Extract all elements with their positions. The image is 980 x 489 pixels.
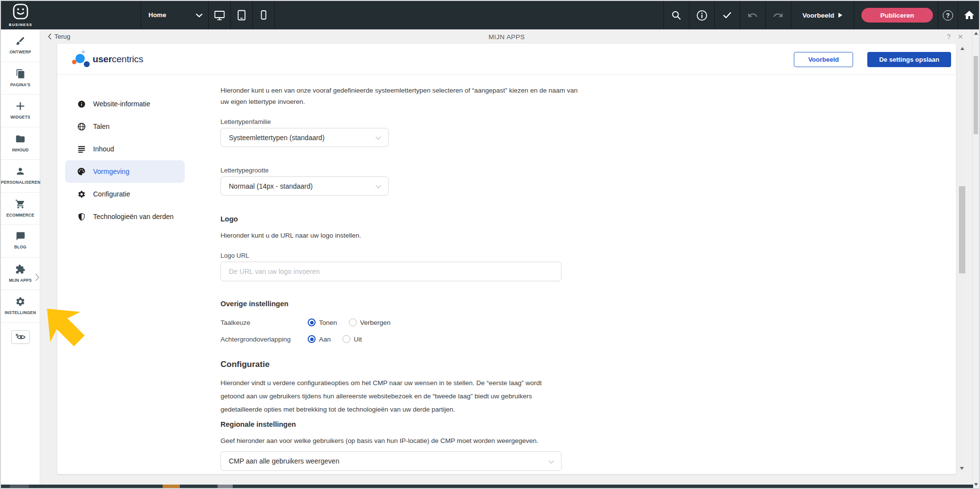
publish-label: Publiceren bbox=[880, 12, 914, 19]
font-intro-text: Hieronder kunt u een van onze vooraf ged… bbox=[220, 85, 586, 107]
panel-preview-button[interactable]: Voorbeeld bbox=[794, 52, 853, 67]
usercentrics-panel: usercentrics Voorbeeld De settings opsla… bbox=[57, 43, 956, 474]
sidebar-item-personaliseren[interactable]: PERSONALISEREN bbox=[1, 160, 40, 193]
play-icon bbox=[838, 13, 842, 18]
gear-icon bbox=[15, 296, 25, 307]
panel-nav-item-talen[interactable]: Talen bbox=[65, 115, 185, 138]
phone-icon bbox=[260, 9, 268, 21]
plus-icon bbox=[15, 101, 25, 111]
language-choice-setting: Taalkeuze Tonen Verbergen bbox=[220, 318, 564, 327]
window-scrollbar[interactable] bbox=[972, 29, 979, 489]
page-selector-value: Home bbox=[148, 1, 166, 29]
usercentrics-dots-icon bbox=[72, 49, 91, 69]
sidebar-item-instellingen[interactable]: INSTELLINGEN bbox=[1, 290, 40, 323]
help-button[interactable]: ? bbox=[943, 10, 953, 21]
redo-icon bbox=[773, 10, 784, 21]
configuration-desc: Hieronder vindt u verdere configuratieop… bbox=[220, 376, 564, 416]
tablet-icon bbox=[237, 9, 246, 21]
background-overlap-setting: Achtergrondoverlapping Aan Uit bbox=[220, 334, 564, 344]
palette-icon bbox=[77, 167, 86, 176]
panel-nav-label: Website-informatie bbox=[93, 100, 150, 108]
scroll-down-icon[interactable] bbox=[960, 467, 964, 470]
configuration-heading: Configuratie bbox=[220, 360, 564, 369]
scroll-up-icon[interactable] bbox=[974, 32, 978, 35]
panel-scrollbar[interactable] bbox=[958, 45, 966, 472]
info-icon bbox=[696, 10, 708, 21]
panel-nav-item-configuratie[interactable]: Configuratie bbox=[65, 183, 185, 205]
scroll-down-icon[interactable] bbox=[974, 483, 978, 486]
close-icon[interactable]: ✕ bbox=[957, 33, 963, 41]
other-settings-heading: Overige instellingen bbox=[220, 300, 564, 308]
panel-nav-item-vormgeving[interactable]: Vormgeving bbox=[65, 160, 185, 183]
home-button[interactable] bbox=[963, 9, 975, 21]
regional-select[interactable]: CMP aan alle gebruikers weergeven bbox=[220, 451, 562, 471]
sidebar-item-label: PAGINA'S bbox=[1, 82, 40, 87]
chevron-down-icon bbox=[375, 136, 381, 140]
font-family-label: Lettertypenfamilie bbox=[220, 118, 564, 125]
overlay-help-button[interactable]: ? bbox=[947, 33, 951, 41]
panel-scrollbar-thumb[interactable] bbox=[959, 186, 965, 273]
sidebar-item-inhoud[interactable]: INHOUD bbox=[1, 127, 40, 160]
panel-nav-label: Talen bbox=[93, 122, 109, 130]
save-settings-label: De settings opslaan bbox=[879, 56, 939, 63]
mobile-view-button[interactable] bbox=[252, 1, 274, 29]
logo-url-input[interactable] bbox=[220, 262, 562, 281]
confirm-button[interactable] bbox=[714, 1, 740, 29]
panel-nav-item-inhoud[interactable]: Inhoud bbox=[65, 138, 185, 160]
sidebar-item-mijn-apps[interactable]: MIJN APPS bbox=[1, 258, 40, 291]
search-button[interactable] bbox=[663, 1, 689, 29]
font-size-label: Lettertypegrootte bbox=[220, 167, 564, 174]
panel-nav-label: Vormgeving bbox=[93, 168, 129, 175]
sidebar-item-paginas[interactable]: PAGINA'S bbox=[1, 62, 40, 95]
question-mark-icon: ? bbox=[946, 12, 950, 19]
font-family-value: Systeemlettertypen (standaard) bbox=[229, 134, 324, 142]
folder-icon bbox=[15, 134, 25, 144]
radio-uit[interactable]: Uit bbox=[343, 335, 362, 343]
page-selector-dropdown[interactable]: Home bbox=[141, 1, 208, 29]
publish-button[interactable]: Publiceren bbox=[861, 8, 933, 23]
radio-verbergen[interactable]: Verbergen bbox=[349, 318, 391, 326]
settings-content: Hieronder kunt u een van onze vooraf ged… bbox=[220, 85, 564, 471]
wordmark-rest: centrics bbox=[112, 54, 143, 64]
radio-aan[interactable]: Aan bbox=[308, 335, 331, 343]
save-settings-button[interactable]: De settings opslaan bbox=[867, 52, 951, 67]
chevron-down-icon bbox=[375, 185, 381, 189]
brand-logo-button[interactable]: BUSINESS bbox=[1, 1, 40, 29]
sidebar-item-label: WIDGETS bbox=[1, 115, 40, 120]
tablet-view-button[interactable] bbox=[230, 1, 252, 29]
top-toolbar: BUSINESS Home bbox=[1, 1, 980, 29]
app-window: BUSINESS Home bbox=[0, 0, 980, 489]
panel-nav-item-website-informatie[interactable]: Website-informatie bbox=[65, 93, 185, 115]
preview-button[interactable]: Voorbeeld bbox=[791, 1, 854, 29]
person-icon bbox=[15, 166, 25, 176]
sidebar-item-blog[interactable]: BLOG bbox=[1, 225, 40, 258]
panel-nav-label: Inhoud bbox=[93, 145, 114, 153]
sidebar-item-ecommerce[interactable]: ECOMMERCE bbox=[1, 193, 40, 225]
sidebar-item-label: ONTWERP bbox=[1, 49, 40, 54]
radio-selected-icon bbox=[308, 335, 316, 343]
info-circle-icon bbox=[77, 99, 86, 108]
scroll-up-icon[interactable] bbox=[960, 47, 964, 50]
preview-label: Voorbeeld bbox=[802, 12, 834, 19]
panel-nav-label: Configuratie bbox=[93, 190, 130, 198]
redo-button[interactable] bbox=[765, 1, 791, 29]
font-family-select[interactable]: Systeemlettertypen (standaard) bbox=[220, 128, 389, 147]
radio-option-label: Verbergen bbox=[360, 319, 391, 326]
eye-off-icon bbox=[15, 333, 26, 341]
overlay-title: MIJN APPS bbox=[40, 33, 973, 41]
desktop-view-button[interactable] bbox=[208, 1, 230, 29]
mijn-apps-overlay: Terug MIJN APPS ? ✕ usercentrics bbox=[40, 29, 973, 485]
undo-button[interactable] bbox=[740, 1, 765, 29]
shield-icon bbox=[77, 212, 86, 221]
sidebar-item-widgets[interactable]: WIDGETS bbox=[1, 95, 40, 127]
sidebar-item-ontwerp[interactable]: ONTWERP bbox=[1, 29, 40, 62]
radio-tonen[interactable]: Tonen bbox=[308, 318, 337, 326]
text-lines-icon bbox=[77, 145, 86, 153]
font-size-select[interactable]: Normaal (14px - standaard) bbox=[220, 176, 389, 196]
window-scrollbar-thumb[interactable] bbox=[974, 56, 978, 134]
logo-section-heading: Logo bbox=[220, 215, 564, 223]
info-button[interactable] bbox=[689, 1, 714, 29]
hide-preview-button[interactable] bbox=[11, 330, 30, 344]
panel-nav-item-technologieen[interactable]: Technologieën van derden bbox=[65, 205, 185, 228]
background-site-strip bbox=[1, 485, 973, 489]
